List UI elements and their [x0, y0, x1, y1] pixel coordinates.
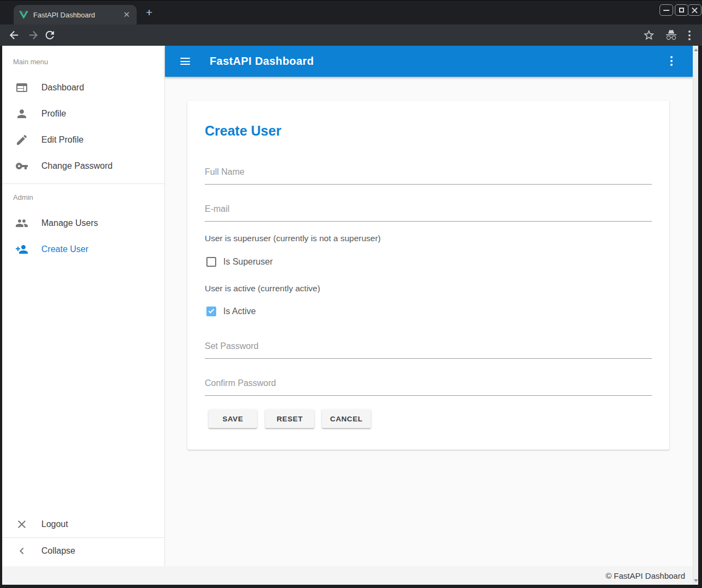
close-icon [15, 518, 28, 531]
incognito-icon [665, 29, 677, 41]
sidebar: Main menu Dashboard Profile Edit Profile… [2, 46, 165, 566]
reload-icon[interactable] [44, 29, 56, 41]
dashboard-icon [15, 81, 28, 94]
browser-menu-icon[interactable] [684, 29, 695, 41]
app-title: FastAPI Dashboard [210, 55, 314, 68]
tab-title: FastAPI Dashboard [33, 11, 122, 19]
reset-button[interactable]: RESET [265, 409, 314, 428]
sidebar-item-change-password[interactable]: Change Password [2, 153, 164, 179]
person-icon [15, 107, 28, 120]
set-password-field[interactable] [205, 339, 652, 359]
scrollbar-down-icon[interactable] [694, 579, 698, 582]
save-button[interactable]: SAVE [209, 409, 257, 428]
new-tab-button[interactable]: + [143, 7, 156, 20]
full-name-field[interactable] [205, 165, 652, 185]
is-active-checkbox-row[interactable]: Is Active [206, 307, 256, 316]
page-scrollbar[interactable] [693, 46, 698, 585]
is-superuser-checkbox-row[interactable]: Is Superuser [206, 257, 273, 267]
cancel-button[interactable]: CANCEL [322, 409, 371, 428]
appbar-more-icon[interactable] [666, 55, 677, 67]
is-superuser-label: Is Superuser [223, 257, 273, 267]
sidebar-item-manage-users[interactable]: Manage Users [2, 210, 164, 236]
sidebar-item-collapse[interactable]: Collapse [2, 538, 164, 564]
copyright-text: © FastAPI Dashboard [606, 571, 685, 580]
is-superuser-checkbox[interactable] [206, 257, 216, 267]
is-active-label: Is Active [223, 307, 256, 316]
person-add-icon [15, 243, 28, 256]
app-bar: FastAPI Dashboard [165, 46, 693, 77]
chevron-left-icon [15, 544, 28, 558]
pencil-icon [15, 133, 28, 146]
sidebar-item-create-user[interactable]: Create User [2, 236, 164, 262]
window-maximize-button[interactable] [675, 4, 688, 16]
page: Main menu Dashboard Profile Edit Profile… [2, 46, 698, 585]
create-user-card: Create User User is superuser (currently… [187, 101, 669, 450]
browser-toolbar: localhost/main/admin/users/create [0, 24, 702, 46]
window-minimize-button[interactable] [660, 4, 673, 16]
bookmark-star-icon[interactable] [643, 29, 655, 41]
vue-logo-icon [19, 11, 28, 19]
scrollbar-up-icon[interactable] [694, 48, 698, 51]
sidebar-section-main-menu: Main menu [13, 58, 48, 66]
confirm-password-field[interactable] [205, 376, 652, 396]
back-icon[interactable] [8, 29, 20, 41]
card-title: Create User [205, 123, 281, 139]
check-icon [207, 308, 215, 314]
sidebar-section-admin: Admin [13, 193, 33, 201]
tab-close-icon[interactable]: ✕ [122, 10, 131, 20]
sidebar-item-edit-profile[interactable]: Edit Profile [2, 127, 164, 153]
forward-icon[interactable] [27, 29, 40, 41]
browser-tab[interactable]: FastAPI Dashboard ✕ [14, 5, 137, 25]
active-hint: User is active (currently active) [205, 284, 320, 293]
superuser-hint: User is superuser (currently is not a su… [205, 234, 381, 243]
browser-tab-strip: FastAPI Dashboard ✕ + [0, 0, 702, 24]
people-icon [15, 217, 28, 230]
key-icon [15, 160, 28, 173]
menu-icon[interactable] [180, 58, 190, 65]
sidebar-item-dashboard[interactable]: Dashboard [2, 75, 164, 101]
sidebar-item-logout[interactable]: Logout [2, 511, 164, 537]
page-footer: © FastAPI Dashboard [2, 566, 693, 585]
window-close-button[interactable] [688, 4, 701, 16]
email-field[interactable] [205, 202, 652, 222]
is-active-checkbox[interactable] [206, 307, 216, 316]
sidebar-divider [2, 183, 164, 184]
sidebar-item-profile[interactable]: Profile [2, 101, 164, 127]
